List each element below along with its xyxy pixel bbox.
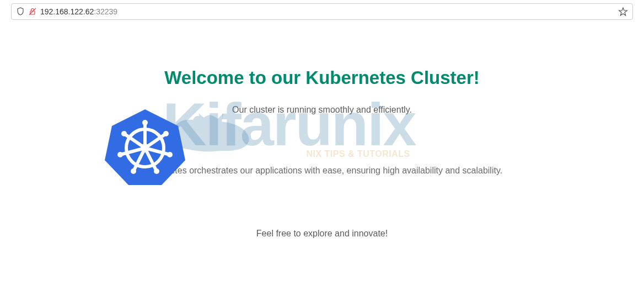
svg-point-15 bbox=[154, 168, 159, 174]
url-host: 192.168.122.62 bbox=[40, 7, 94, 16]
url-text[interactable]: 192.168.122.62:32239 bbox=[40, 7, 618, 16]
svg-point-13 bbox=[163, 131, 169, 136]
url-port: :32239 bbox=[94, 7, 117, 16]
insecure-lock-icon[interactable] bbox=[28, 7, 37, 16]
page-footer-text: Feel free to explore and innovate! bbox=[0, 229, 644, 239]
page-title: Welcome to our Kubernetes Cluster! bbox=[0, 67, 644, 88]
bookmark-star-icon[interactable] bbox=[618, 7, 628, 17]
kubernetes-logo-icon bbox=[104, 105, 186, 188]
svg-point-17 bbox=[117, 152, 123, 157]
svg-point-14 bbox=[167, 152, 173, 157]
svg-point-18 bbox=[121, 131, 127, 136]
url-bar[interactable]: 192.168.122.62:32239 bbox=[11, 3, 633, 20]
svg-point-16 bbox=[131, 168, 136, 174]
shield-icon[interactable] bbox=[16, 7, 25, 16]
page-body-text: Kubernetes orchestrates our applications… bbox=[142, 166, 502, 176]
svg-point-12 bbox=[142, 120, 148, 125]
